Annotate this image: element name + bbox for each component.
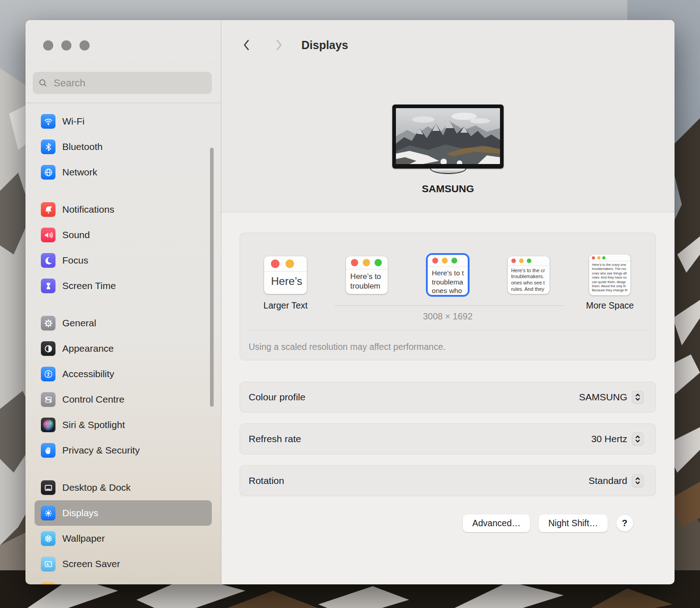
sidebar-item-label: Privacy & Security: [62, 445, 140, 456]
mini-window-text: rules. And they: [511, 286, 550, 293]
traffic-yellow-icon: [597, 256, 600, 259]
mini-window-text: ones who: [432, 286, 468, 295]
zoom-button[interactable]: [80, 40, 90, 50]
advanced-button[interactable]: Advanced…: [463, 514, 530, 532]
traffic-yellow-icon: [285, 259, 294, 268]
sidebar-item-displays[interactable]: Displays: [35, 500, 212, 526]
sidebar-item-label: Wi-Fi: [62, 116, 85, 127]
colour-profile-stepper[interactable]: [632, 391, 644, 404]
sidebar-item-label: Displays: [62, 508, 98, 518]
bluetooth-icon: [41, 140, 55, 154]
sidebar-item-network[interactable]: Network: [35, 159, 212, 185]
resolution-option-selected[interactable]: Here’s to t troublema ones who: [426, 253, 470, 297]
sidebar-item-label: Accessibility: [62, 369, 114, 379]
traffic-green-icon: [527, 259, 531, 263]
colour-profile-row: Colour profile SAMSUNG: [240, 382, 656, 413]
sidebar-item-privacy-security[interactable]: Privacy & Security: [35, 438, 212, 463]
traffic-yellow-icon: [519, 259, 524, 263]
traffic-red-icon: [351, 259, 358, 266]
divider: [25, 103, 221, 103]
flower-icon: [41, 531, 55, 546]
chevron-up-down-icon: [635, 434, 640, 444]
more-space-label: More Space: [570, 300, 650, 311]
gear-icon: [41, 316, 55, 330]
sidebar-item-label: Notifications: [62, 204, 114, 215]
sidebar-item-screen-saver[interactable]: Screen Saver: [35, 551, 212, 577]
system-settings-window: Wi-Fi Bluetooth Network: [25, 20, 675, 584]
colour-profile-label: Colour profile: [249, 392, 579, 403]
night-shift-button[interactable]: Night Shift…: [539, 514, 607, 532]
search-input[interactable]: [53, 77, 206, 90]
hourglass-icon: [41, 279, 55, 293]
refresh-rate-label: Refresh rate: [249, 434, 591, 444]
divider: [249, 330, 647, 331]
speaker-icon: [41, 228, 55, 242]
siri-icon: [41, 418, 55, 432]
accessibility-icon: [41, 367, 55, 381]
sidebar-item-label: Screen Time: [62, 280, 116, 291]
refresh-rate-row: Refresh rate 30 Hertz: [240, 424, 656, 454]
sidebar-scrollbar[interactable]: [210, 148, 214, 407]
mini-window-text: troublemakers. The rou: [592, 267, 630, 271]
mini-window-text: troublemakers.: [511, 274, 550, 280]
sidebar-item-battery-partial[interactable]: [35, 577, 212, 584]
rotation-value: Standard: [589, 475, 627, 486]
traffic-green-icon: [602, 256, 605, 259]
mini-window-text: Here’s to: [350, 272, 388, 281]
mini-window-text: can quote them, disagr: [592, 280, 630, 284]
refresh-rate-value: 30 Hertz: [591, 434, 627, 444]
help-button[interactable]: ?: [616, 515, 633, 532]
sidebar-item-appearance[interactable]: Appearance: [35, 336, 212, 361]
traffic-green-icon: [451, 258, 457, 264]
resolution-option-2[interactable]: Here’s to troublem: [346, 256, 388, 294]
mini-window-text: ones who see things dif: [592, 271, 630, 275]
screensaver-icon: [41, 557, 55, 571]
colour-profile-value: SAMSUNG: [579, 392, 627, 403]
minimize-button[interactable]: [61, 40, 71, 50]
mini-window-text: Because they change th: [592, 288, 630, 292]
traffic-red-icon: [432, 258, 438, 264]
sidebar-item-label: Network: [62, 167, 97, 178]
resolution-picker-card: Here’s Here’s to troublem: [240, 233, 656, 360]
battery-icon: [41, 582, 55, 584]
traffic-yellow-icon: [363, 259, 370, 266]
search-icon: [38, 78, 48, 88]
back-button[interactable]: [242, 39, 251, 51]
resolution-option-more-space[interactable]: Here’s to the crazy one troublemakers. T…: [589, 254, 630, 295]
sidebar-item-screen-time[interactable]: Screen Time: [35, 273, 212, 299]
sidebar-item-sound[interactable]: Sound: [35, 222, 212, 248]
close-button[interactable]: [43, 40, 53, 50]
performance-note: Using a scaled resolution may affect per…: [249, 342, 445, 352]
sidebar-item-general[interactable]: General: [35, 310, 212, 336]
sun-icon: [41, 506, 55, 520]
larger-text-label: Larger Text: [245, 300, 326, 311]
page-title: Displays: [301, 39, 348, 52]
sidebar-item-label: Bluetooth: [62, 141, 103, 152]
chevron-up-down-icon: [635, 476, 640, 485]
moon-icon: [41, 253, 55, 268]
rotation-stepper[interactable]: [632, 474, 644, 487]
resolution-option-larger-text[interactable]: Here’s: [264, 256, 307, 294]
sidebar-item-control-centre[interactable]: Control Centre: [35, 387, 212, 412]
sidebar-item-focus[interactable]: Focus: [35, 248, 212, 273]
mini-window-text: troublema: [432, 278, 468, 287]
sidebar-item-wifi[interactable]: Wi-Fi: [35, 109, 212, 134]
sidebar-item-siri-spotlight[interactable]: Siri & Spotlight: [35, 412, 212, 438]
sidebar-nav: Wi-Fi Bluetooth Network: [35, 109, 212, 584]
forward-button[interactable]: [275, 39, 284, 51]
sidebar-item-wallpaper[interactable]: Wallpaper: [35, 526, 212, 551]
mini-window-text: Here’s to t: [432, 269, 468, 278]
resolution-option-4[interactable]: Here’s to the cr troublemakers. ones who…: [508, 256, 550, 294]
sidebar-item-desktop-dock[interactable]: Desktop & Dock: [35, 475, 212, 500]
refresh-rate-stepper[interactable]: [632, 433, 644, 445]
search-field[interactable]: [33, 72, 212, 94]
sidebar-item-notifications[interactable]: Notifications: [35, 197, 212, 222]
sidebar-item-bluetooth[interactable]: Bluetooth: [35, 134, 212, 159]
display-preview-wallpaper: [396, 108, 500, 164]
sidebar-item-label: Siri & Spotlight: [62, 419, 125, 430]
hand-icon: [41, 443, 55, 458]
rotation-label: Rotation: [249, 475, 589, 486]
sidebar-item-accessibility[interactable]: Accessibility: [35, 361, 212, 387]
sidebar-item-label: General: [62, 318, 96, 329]
wifi-icon: [41, 114, 55, 129]
